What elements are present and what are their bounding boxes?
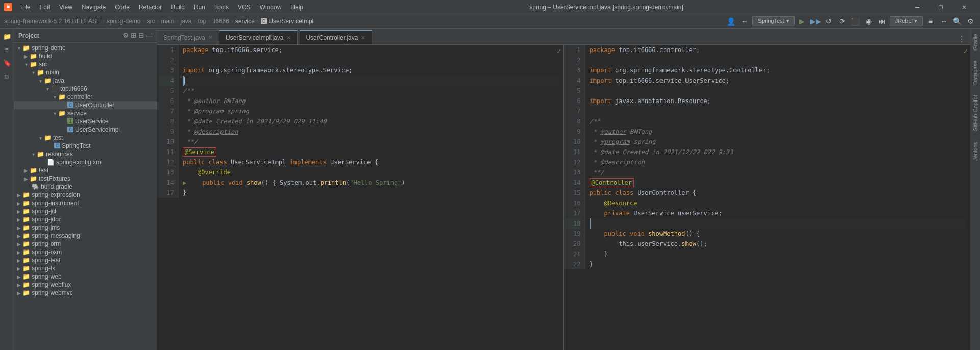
tree-label: src — [39, 61, 47, 68]
run-button[interactable]: ▶ — [797, 16, 808, 27]
skip-button[interactable]: ⏭ — [876, 16, 888, 27]
tree-item-spring-demo[interactable]: ▾ 📁 spring-demo — [14, 44, 157, 52]
tree-item-userservice[interactable]: 🅸 UserService — [14, 117, 157, 126]
menu-vcs[interactable]: VCS — [234, 3, 255, 12]
right-code-lines[interactable]: package top.it6666.controller; import or… — [585, 45, 970, 269]
tree-item-resources[interactable]: ▾ 📁 resources — [14, 150, 157, 158]
tree-item-spring-instrument[interactable]: ▶ 📁 spring-instrument — [14, 199, 157, 207]
tree-item-spring-webflux[interactable]: ▶ 📁 spring-webflux — [14, 281, 157, 289]
tree-item-build[interactable]: ▶ 📁 build — [14, 52, 157, 60]
tree-item-spring-test[interactable]: ▶ 📁 spring-test — [14, 256, 157, 264]
breadcrumb-item[interactable]: spring-framework-5.2.16.RELEASE — [4, 18, 101, 25]
left-code-lines[interactable]: package top.it6666.service; import org.s… — [179, 45, 564, 198]
folder-icon: 📁 — [58, 110, 66, 117]
minimize-button[interactable]: — — [905, 0, 929, 14]
tree-item-springtest[interactable]: 🅲 SpringTest — [14, 142, 157, 150]
todo-icon[interactable]: ☑ — [1, 70, 13, 83]
tree-item-spring-messaging[interactable]: ▶ 📁 spring-messaging — [14, 232, 157, 240]
tree-item-spring-jms[interactable]: ▶ 📁 spring-jms — [14, 223, 157, 232]
tree-item-spring-jdbc[interactable]: ▶ 📁 spring-jdbc — [14, 215, 157, 223]
menu-run[interactable]: Run — [190, 3, 209, 12]
expand-tri: ▶ — [16, 241, 21, 247]
menu-edit[interactable]: Edit — [35, 3, 54, 12]
menu-window[interactable]: Window — [256, 3, 286, 12]
tree-item-spring-config[interactable]: 📄 spring-config.xml — [14, 158, 157, 166]
tree-item-src[interactable]: ▾ 📁 src — [14, 60, 157, 68]
tree-item-build-gradle[interactable]: 🐘 build.gradle — [14, 183, 157, 191]
tree-item-spring-expression[interactable]: ▶ 📁 spring-expression — [14, 191, 157, 199]
gear-icon[interactable]: ⚙ — [122, 32, 129, 39]
jrebel-button[interactable]: JRebel ▾ — [890, 16, 923, 26]
tree-item-userserviceimpl[interactable]: 🅲 UserServiceImpl — [14, 126, 157, 134]
left-editor-scroll[interactable]: 1 2 3 4 5 6 7 8 9 10 11 12 13 — [157, 45, 564, 350]
menu-refactor[interactable]: Refactor — [135, 3, 166, 12]
tree-item-spring-orm[interactable]: ▶ 📁 spring-orm — [14, 240, 157, 248]
tree-item-spring-jcl[interactable]: ▶ 📁 spring-jcl — [14, 207, 157, 215]
right-editor-scroll[interactable]: 1 2 3 4 5 6 7 8 9 10 11 12 13 — [564, 45, 970, 350]
menu-build[interactable]: Build — [167, 3, 189, 12]
project-panel-header: Project ⚙ ⊞ ⊟ — — [14, 29, 157, 43]
stop-button[interactable]: ⬛ — [850, 16, 861, 27]
tabs-overflow[interactable]: ⋮ — [953, 34, 970, 44]
tab-springtest[interactable]: SpringTest.java ✕ — [157, 30, 219, 44]
breadcrumb-item[interactable]: top — [198, 18, 206, 25]
database-panel-icon[interactable]: Database — [971, 58, 979, 88]
search-button[interactable]: 🔍 — [951, 16, 963, 27]
tree-item-spring-tx[interactable]: ▶ 📁 spring-tx — [14, 264, 157, 272]
jenkins-panel-icon[interactable]: Jenkins — [971, 139, 979, 164]
github-copilot-panel-icon[interactable]: GitHub Copilot — [971, 92, 979, 135]
bookmark-icon[interactable]: 🔖 — [1, 57, 13, 69]
layout-button[interactable]: ↔ — [938, 16, 949, 27]
tab-close-userserviceimpl[interactable]: ✕ — [286, 35, 291, 41]
menu-file[interactable]: File — [16, 3, 34, 12]
breadcrumb-item[interactable]: java — [180, 18, 191, 25]
tree-item-test-java[interactable]: ▾ 📁 test — [14, 134, 157, 142]
tree-item-spring-webmvc[interactable]: ▶ 📁 spring-webmvc — [14, 289, 157, 297]
gradle-panel-icon[interactable]: Gradle — [971, 31, 979, 54]
breadcrumb-item[interactable]: it6666 — [212, 18, 229, 25]
breadcrumb-item-service[interactable]: service — [235, 18, 255, 25]
tree-item-service[interactable]: ▾ 📁 service — [14, 109, 157, 117]
run-config-button[interactable]: SpringTest ▾ — [752, 16, 795, 26]
profile-button[interactable]: ◉ — [863, 16, 874, 27]
tree-item-spring-web[interactable]: ▶ 📁 spring-web — [14, 272, 157, 281]
tab-userserviceimpl[interactable]: UserServiceImpl.java ✕ — [219, 30, 298, 44]
vcs-button[interactable]: ≡ — [925, 16, 936, 27]
menu-code[interactable]: Code — [111, 3, 134, 12]
collapse-icon[interactable]: ⊟ — [138, 32, 144, 39]
menu-view[interactable]: View — [55, 3, 77, 12]
expand-tri: ▾ — [45, 86, 50, 92]
tab-close-usercontroller[interactable]: ✕ — [361, 35, 365, 41]
rerun-button[interactable]: ↺ — [823, 16, 835, 27]
tree-label: spring-webmvc — [32, 289, 73, 296]
close-button[interactable]: ✕ — [952, 0, 976, 14]
tree-item-spring-oxm[interactable]: ▶ 📁 spring-oxm — [14, 248, 157, 256]
person-icon[interactable]: 👤 — [726, 16, 737, 27]
back-icon[interactable]: ← — [739, 16, 750, 27]
tree-item-main[interactable]: ▾ 📁 main — [14, 68, 157, 77]
hide-panel-icon[interactable]: — — [146, 32, 153, 39]
tree-item-java[interactable]: ▾ 📁 java — [14, 77, 157, 85]
menu-tools[interactable]: Tools — [210, 3, 233, 12]
breadcrumb-item[interactable]: main — [161, 18, 174, 25]
tree-item-test[interactable]: ▶ 📁 test — [14, 166, 157, 174]
breadcrumb-item[interactable]: src — [146, 18, 155, 25]
breadcrumb-item-file[interactable]: 🅲 UserServiceImpl — [261, 18, 313, 25]
tab-close-springtest[interactable]: ✕ — [208, 34, 213, 41]
run-debug-button[interactable]: ▶▶ — [810, 16, 821, 27]
structure-icon[interactable]: ≡ — [1, 44, 13, 56]
tree-item-controller[interactable]: ▾ 📁 controller — [14, 93, 157, 101]
code-line: * @date Created in 2021/12/22 022 9:33 — [590, 147, 966, 157]
menu-help[interactable]: Help — [286, 3, 307, 12]
tree-item-usercontroller[interactable]: 🅲 UserController — [14, 101, 157, 109]
project-icon[interactable]: 📁 — [1, 31, 13, 43]
tree-item-package[interactable]: ▾ ⬛ top.it6666 — [14, 85, 157, 93]
settings-button[interactable]: ⚙ — [965, 16, 976, 27]
tree-item-testfixtures[interactable]: ▶ 📁 testFixtures — [14, 174, 157, 183]
tab-usercontroller[interactable]: UserController.java ✕ — [300, 30, 372, 44]
maximize-button[interactable]: ❐ — [929, 0, 952, 14]
breadcrumb-item[interactable]: spring-demo — [107, 18, 141, 25]
expand-icon[interactable]: ⊞ — [131, 32, 136, 39]
reload-button[interactable]: ⟳ — [837, 16, 848, 27]
menu-navigate[interactable]: Navigate — [78, 3, 110, 12]
